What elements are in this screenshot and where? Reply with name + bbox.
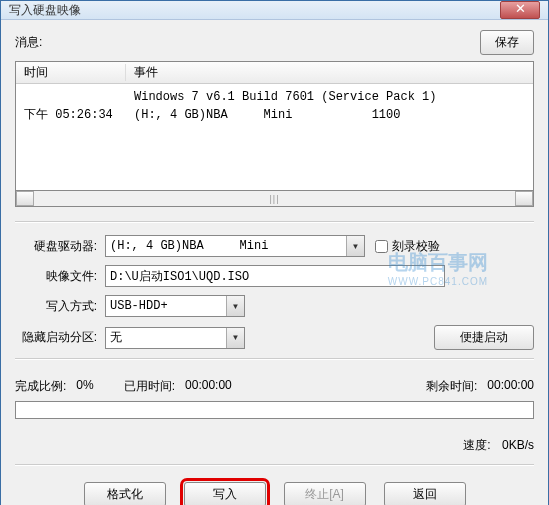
image-label: 映像文件: [15, 268, 105, 285]
close-button[interactable]: ✕ [500, 1, 540, 19]
back-button[interactable]: 返回 [384, 482, 466, 505]
log-header: 时间 事件 [16, 62, 533, 84]
write-button[interactable]: 写入 [184, 482, 266, 505]
button-row: 格式化 写入 终止[A] 返回 [15, 478, 534, 505]
log-cell-time: 下午 05:26:34 [24, 106, 134, 124]
hidden-field[interactable] [105, 327, 245, 349]
format-button[interactable]: 格式化 [84, 482, 166, 505]
titlebar[interactable]: 写入硬盘映像 ✕ [1, 1, 548, 20]
messages-label: 消息: [15, 34, 42, 51]
verify-label: 刻录校验 [392, 238, 440, 255]
horizontal-scrollbar[interactable]: ||| [15, 191, 534, 207]
remain-value: 00:00:00 [487, 378, 534, 395]
dialog-window: 写入硬盘映像 ✕ 消息: 保存 时间 事件 Windows 7 v6.1 Bui… [0, 0, 549, 505]
separator [15, 464, 534, 466]
speed-info: 速度: 0KB/s [15, 437, 534, 454]
log-cell-event: (H:, 4 GB)NBA Mini 1100 [134, 108, 400, 122]
hidden-combo[interactable]: ▼ [105, 327, 245, 349]
method-combo[interactable]: ▼ [105, 295, 245, 317]
chevron-down-icon[interactable]: ▼ [226, 296, 244, 316]
chevron-down-icon[interactable]: ▼ [226, 328, 244, 348]
save-button[interactable]: 保存 [480, 30, 534, 55]
separator [15, 221, 534, 223]
easy-boot-button[interactable]: 便捷启动 [434, 325, 534, 350]
speed-label: 速度: [463, 438, 490, 452]
col-header-time[interactable]: 时间 [16, 64, 126, 81]
drive-combo[interactable]: ▼ [105, 235, 365, 257]
col-header-event[interactable]: 事件 [126, 64, 533, 81]
speed-value: 0KB/s [502, 438, 534, 452]
complete-value: 0% [76, 378, 93, 395]
separator [15, 358, 534, 360]
chevron-down-icon[interactable]: ▼ [346, 236, 364, 256]
progress-info: 完成比例: 0% 已用时间: 00:00:00 剩余时间: 00:00:00 [15, 378, 534, 395]
progress-bar [15, 401, 534, 419]
image-field[interactable] [105, 265, 445, 287]
log-cell-event: Windows 7 v6.1 Build 7601 (Service Pack … [134, 90, 436, 104]
log-list[interactable]: 时间 事件 Windows 7 v6.1 Build 7601 (Service… [15, 61, 534, 191]
abort-button: 终止[A] [284, 482, 366, 505]
method-field[interactable] [105, 295, 245, 317]
log-body: Windows 7 v6.1 Build 7601 (Service Pack … [16, 84, 533, 128]
verify-checkbox[interactable] [375, 240, 388, 253]
drive-label: 硬盘驱动器: [15, 238, 105, 255]
window-title: 写入硬盘映像 [9, 2, 81, 19]
drive-field[interactable] [105, 235, 365, 257]
elapsed-value: 00:00:00 [185, 378, 232, 395]
complete-label: 完成比例: [15, 378, 66, 395]
scrollbar-grip-icon: ||| [269, 194, 279, 204]
method-label: 写入方式: [15, 298, 105, 315]
elapsed-label: 已用时间: [124, 378, 175, 395]
remain-label: 剩余时间: [426, 378, 477, 395]
hidden-label: 隐藏启动分区: [15, 329, 105, 346]
dialog-body: 消息: 保存 时间 事件 Windows 7 v6.1 Build 7601 (… [1, 20, 548, 505]
